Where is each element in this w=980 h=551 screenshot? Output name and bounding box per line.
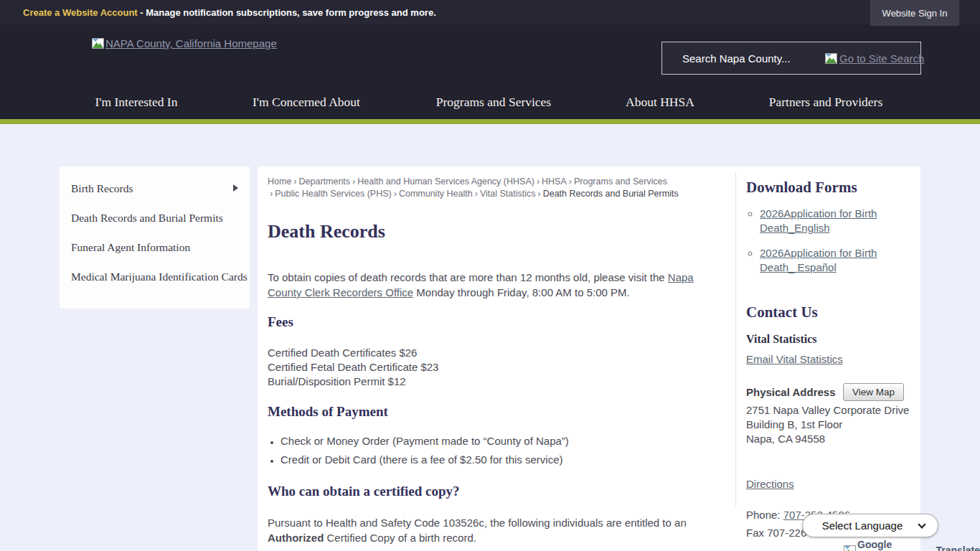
breadcrumb: Home›Departments›Health and Human Servic… <box>268 176 732 199</box>
payment-heading: Methods of Payment <box>268 404 388 420</box>
main-nav: I'm Interested In I'm Concerned About Pr… <box>0 86 980 119</box>
physical-address-label: Physical Address <box>746 386 836 398</box>
broken-image-icon <box>825 53 837 64</box>
sidebar-item-funeral-agent[interactable]: Funeral Agent Information <box>60 232 250 262</box>
breadcrumb-programs[interactable]: Programs and Services <box>574 176 667 187</box>
authorized-bold-text: Authorized <box>268 532 324 544</box>
select-language-dropdown[interactable]: Select Language <box>802 514 938 537</box>
download-forms-list: 2026Application for Birth Death_English … <box>760 207 912 286</box>
google-translate-attribution: Google Translate Translate <box>844 539 980 551</box>
download-forms-heading: Download Forms <box>746 179 857 197</box>
fee-line: Burial/Disposition Permit $12 <box>268 375 438 389</box>
intro-text-before: To obtain copies of death records that a… <box>268 271 668 283</box>
breadcrumb-separator: › <box>352 176 355 187</box>
logo-alt-text: NAPA County, California Homepage <box>105 37 277 50</box>
address-line: 2751 Napa Valley Corporate Drive <box>746 403 909 418</box>
fax-line: Fax 707-226 <box>746 527 806 539</box>
nav-partners-providers[interactable]: Partners and Providers <box>769 95 882 110</box>
top-utility-bar: Create a Website Account - Manage notifi… <box>0 0 980 26</box>
physical-address-lines: 2751 Napa Valley Corporate Drive Buildin… <box>746 403 909 446</box>
create-account-link[interactable]: Create a Website Account <box>23 7 138 18</box>
broken-image-icon <box>844 545 856 551</box>
breadcrumb-departments[interactable]: Departments <box>299 176 351 187</box>
breadcrumb-hhsa[interactable]: HHSA <box>542 176 567 187</box>
breadcrumb-current-page: Death Records and Burial Permits <box>543 189 679 199</box>
breadcrumb-home[interactable]: Home <box>268 176 291 187</box>
email-vital-statistics-link[interactable]: Email Vital Statistics <box>746 353 843 365</box>
address-line: Building B, 1st Floor <box>746 418 909 432</box>
column-divider <box>735 172 736 506</box>
sidebar-item-birth-records[interactable]: Birth Records <box>60 174 250 203</box>
account-promo-text: Create a Website Account - Manage notifi… <box>23 7 436 18</box>
google-translate-alt-text: Google Translate <box>857 539 931 551</box>
breadcrumb-separator: › <box>293 176 296 187</box>
site-search-box: Go to Site Search <box>661 42 921 75</box>
breadcrumb-hhsa-agency[interactable]: Health and Human Services Agency (HHSA) <box>357 176 534 187</box>
form-link-espanol[interactable]: 2026Application for Birth Death_ Español <box>760 247 877 273</box>
who-text-after: Certified Copy of a birth record. <box>324 532 476 544</box>
account-promo-suffix: - Manage notification subscriptions, sav… <box>138 7 436 18</box>
breadcrumb-separator: › <box>394 189 397 199</box>
fee-line: Certified Fetal Death Certificate $23 <box>268 360 438 375</box>
intro-paragraph: To obtain copies of death records that a… <box>268 270 718 300</box>
breadcrumb-vital-statistics[interactable]: Vital Statistics <box>480 189 536 199</box>
submenu-arrow-icon <box>233 184 238 192</box>
search-input[interactable] <box>662 42 825 74</box>
breadcrumb-phs[interactable]: Public Health Services (PHS) <box>275 189 392 199</box>
broken-image-icon <box>92 38 104 49</box>
nav-interested-in[interactable]: I'm Interested In <box>95 95 178 110</box>
breadcrumb-separator: › <box>270 189 273 199</box>
form-link-english[interactable]: 2026Application for Birth Death_English <box>760 207 877 234</box>
download-form-item: 2026Application for Birth Death_English <box>760 207 912 235</box>
view-map-button[interactable]: View Map <box>843 383 904 401</box>
fees-heading: Fees <box>268 314 293 330</box>
breadcrumb-separator: › <box>537 189 540 199</box>
nav-about-hhsa[interactable]: About HHSA <box>626 95 694 110</box>
website-sign-in-button[interactable]: Website Sign In <box>870 0 959 26</box>
breadcrumb-separator: › <box>537 176 540 187</box>
search-go-label: Go to Site Search <box>839 52 924 65</box>
site-header: NAPA County, California Homepage Go to S… <box>0 26 980 119</box>
download-form-item: 2026Application for Birth Death_ Español <box>760 246 912 275</box>
fee-line: Certified Death Certificates $26 <box>268 346 438 360</box>
sidebar-item-medical-marijuana[interactable]: Medical Marijuana Identification Cards <box>60 262 250 291</box>
vital-statistics-subheading: Vital Statistics <box>746 333 817 346</box>
address-line: Napa, CA 94558 <box>746 432 909 446</box>
breadcrumb-separator: › <box>569 176 572 187</box>
home-logo-link[interactable]: NAPA County, California Homepage <box>92 37 277 50</box>
who-text-before: Pursuant to Health and Safety Code 10352… <box>268 517 687 529</box>
who-paragraph: Pursuant to Health and Safety Code 10352… <box>268 515 698 545</box>
payment-list: Check or Money Order (Payment made to “C… <box>281 435 711 472</box>
payment-item: Check or Money Order (Payment made to “C… <box>281 435 711 447</box>
green-accent-bar <box>0 119 980 124</box>
nav-programs-services[interactable]: Programs and Services <box>436 95 551 110</box>
payment-item: Credit or Debit Card (there is a fee of … <box>281 453 711 466</box>
page-title: Death Records <box>268 221 385 242</box>
who-heading: Who can obtain a certified copy? <box>268 484 460 499</box>
directions-link[interactable]: Directions <box>746 478 794 490</box>
section-sidebar: Birth Records Death Records and Burial P… <box>60 166 250 309</box>
sidebar-item-label: Birth Records <box>71 182 133 194</box>
content-panel: Home›Departments›Health and Human Servic… <box>258 166 920 551</box>
contact-us-heading: Contact Us <box>746 303 818 321</box>
phone-label: Phone: <box>746 509 783 521</box>
fees-list: Certified Death Certificates $26 Certifi… <box>268 346 438 389</box>
nav-concerned-about[interactable]: I'm Concerned About <box>253 95 360 110</box>
intro-text-after: Monday through Friday, 8:00 AM to 5:00 P… <box>413 286 630 298</box>
chevron-down-icon <box>918 520 925 528</box>
translate-label: Translate <box>936 545 980 551</box>
search-submit-link[interactable]: Go to Site Search <box>825 52 924 65</box>
breadcrumb-community-health[interactable]: Community Health <box>399 189 473 199</box>
breadcrumb-separator: › <box>475 189 478 199</box>
sidebar-item-death-records[interactable]: Death Records and Burial Permits <box>60 203 250 232</box>
select-language-label: Select Language <box>803 519 919 532</box>
